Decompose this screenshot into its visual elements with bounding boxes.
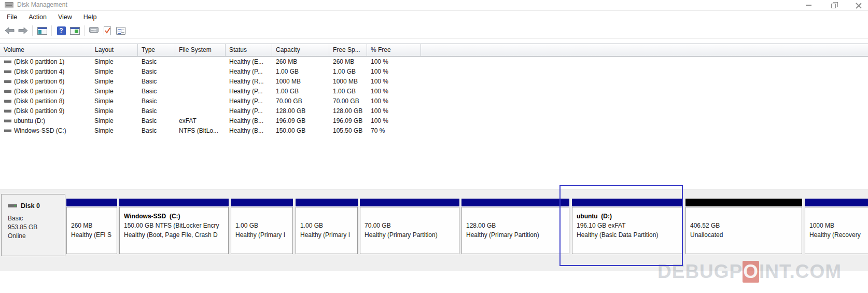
volume-icon <box>4 109 11 113</box>
cell-pct-free: 100 % <box>371 116 388 126</box>
partition-status: Healthy (Boot, Page File, Crash D <box>124 230 228 240</box>
menu-file[interactable]: File <box>1 12 23 22</box>
disk-size: 953.85 GB <box>8 224 65 231</box>
menu-help[interactable]: Help <box>78 12 103 22</box>
partition-title <box>690 212 802 221</box>
table-row[interactable]: (Disk 0 partition 6) Simple Basic Health… <box>0 77 868 87</box>
disk-type: Basic <box>8 215 65 222</box>
partition-title <box>71 212 117 221</box>
partition-unallocated[interactable]: 406.52 GB Unallocated <box>685 199 802 254</box>
cell-capacity: 70.00 GB <box>276 96 302 106</box>
column-header-volume[interactable]: Volume <box>0 44 91 56</box>
cell-layout: Simple <box>94 106 114 116</box>
cell-volume: (Disk 0 partition 8) <box>14 96 64 106</box>
partition-128gb[interactable]: 128.00 GB Healthy (Primary Partition) <box>461 199 569 254</box>
column-header-pct-free[interactable]: % Free <box>367 44 421 56</box>
table-row[interactable]: (Disk 0 partition 4) Simple Basic Health… <box>0 67 868 77</box>
forward-button[interactable] <box>16 24 30 37</box>
help-icon: ? <box>57 26 66 35</box>
partition-color-bar <box>296 199 358 206</box>
comment-button[interactable] <box>87 24 101 37</box>
cell-volume: (Disk 0 partition 9) <box>14 106 64 116</box>
check-document-icon <box>104 26 111 35</box>
cell-capacity: 260 MB <box>276 57 297 67</box>
table-row[interactable]: (Disk 0 partition 9) Simple Basic Health… <box>0 106 868 116</box>
watermark: DEBUGPOINT.COM <box>657 261 842 283</box>
minimize-button[interactable] <box>801 0 816 10</box>
action-pane-button[interactable] <box>68 24 81 37</box>
column-header-free-space[interactable]: Free Sp... <box>329 44 367 56</box>
cell-type: Basic <box>142 116 157 126</box>
cell-volume: (Disk 0 partition 7) <box>14 87 64 96</box>
cell-capacity: 1000 MB <box>276 77 301 87</box>
partition-70gb[interactable]: 70.00 GB Healthy (Primary Partition) <box>360 199 459 254</box>
cell-volume: Windows-SSD (C:) <box>14 126 66 136</box>
partition-1gb-b[interactable]: 1.00 GB Healthy (Primary I <box>296 199 358 254</box>
menu-action[interactable]: Action <box>23 12 52 22</box>
cell-volume: (Disk 0 partition 1) <box>14 57 64 67</box>
disk-name: Disk 0 <box>21 202 40 210</box>
properties-button[interactable] <box>114 24 128 37</box>
partition-efi[interactable]: 260 MB Healthy (EFI S <box>66 199 117 254</box>
partition-size: 406.52 GB <box>690 221 802 230</box>
disk-status: Online <box>8 232 65 240</box>
toolbar: ? <box>0 23 868 38</box>
cell-type: Basic <box>142 67 157 77</box>
column-header-status[interactable]: Status <box>226 44 272 56</box>
disk-graphical-panel: Disk 0 Basic 953.85 GB Online 260 MB Hea… <box>0 189 868 271</box>
table-row[interactable]: (Disk 0 partition 1) Simple Basic Health… <box>0 57 868 67</box>
cell-pct-free: 70 % <box>371 126 385 136</box>
column-header-capacity[interactable]: Capacity <box>272 44 329 56</box>
partition-color-bar <box>231 199 293 206</box>
console-tree-button[interactable] <box>35 24 49 37</box>
menu-view[interactable]: View <box>52 12 78 22</box>
help-button[interactable]: ? <box>54 24 68 37</box>
cell-layout: Simple <box>94 126 114 136</box>
cell-pct-free: 100 % <box>371 96 388 106</box>
menu-bar: File Action View Help <box>0 11 868 23</box>
app-icon <box>5 2 13 8</box>
watermark-logo-o: O <box>743 261 759 283</box>
partition-status: Healthy (Primary Partition) <box>365 230 459 240</box>
cell-pct-free: 100 % <box>371 77 388 87</box>
column-header-file-system[interactable]: File System <box>175 44 226 56</box>
cell-file-system: NTFS (BitLo... <box>179 126 218 136</box>
partition-status: Unallocated <box>690 230 802 240</box>
back-button[interactable] <box>3 24 16 37</box>
partition-size: 150.00 GB NTFS (BitLocker Encry <box>124 221 228 230</box>
cell-free-space: 1.00 GB <box>333 67 356 77</box>
back-arrow-icon <box>5 27 15 34</box>
cell-free-space: 1000 MB <box>333 77 358 87</box>
disk0-info-box[interactable]: Disk 0 Basic 953.85 GB Online <box>1 194 65 256</box>
table-row[interactable]: (Disk 0 partition 8) Simple Basic Health… <box>0 96 868 106</box>
watermark-text: INT.COM <box>759 261 842 282</box>
partition-size: 260 MB <box>71 221 117 230</box>
partition-1gb-a[interactable]: 1.00 GB Healthy (Primary I <box>231 199 293 254</box>
cell-layout: Simple <box>94 57 114 67</box>
volume-list: (Disk 0 partition 1) Simple Basic Health… <box>0 57 868 136</box>
restore-button[interactable] <box>825 0 841 10</box>
volume-icon <box>4 100 11 103</box>
table-row[interactable]: ubuntu (D:) Simple Basic exFAT Healthy (… <box>0 116 868 126</box>
table-row[interactable]: Windows-SSD (C:) Simple Basic NTFS (BitL… <box>0 126 868 136</box>
cell-status: Healthy (P... <box>229 96 262 106</box>
close-button[interactable] <box>850 0 866 10</box>
column-header-type[interactable]: Type <box>138 44 175 56</box>
cell-layout: Simple <box>94 87 114 96</box>
partition-status: Healthy (Primary Partition) <box>466 230 569 240</box>
partition-size: 1.00 GB <box>235 221 292 230</box>
console-tree-icon <box>37 27 47 35</box>
partition-status: Healthy (Recovery <box>809 230 868 240</box>
partition-windows-ssd[interactable]: Windows-SSD (C:) 150.00 GB NTFS (BitLock… <box>119 199 229 254</box>
partition-recovery[interactable]: 1000 MB Healthy (Recovery <box>805 199 868 254</box>
volume-icon <box>4 80 11 83</box>
column-header-layout[interactable]: Layout <box>91 44 138 56</box>
partition-color-bar <box>119 199 229 206</box>
cell-file-system: exFAT <box>179 116 197 126</box>
task-check-button[interactable] <box>101 24 114 37</box>
partition-title <box>235 212 292 221</box>
partition-title: Windows-SSD (C:) <box>124 212 228 221</box>
table-row[interactable]: (Disk 0 partition 7) Simple Basic Health… <box>0 87 868 96</box>
volume-icon <box>4 129 11 132</box>
toolbar-separator <box>51 25 52 36</box>
